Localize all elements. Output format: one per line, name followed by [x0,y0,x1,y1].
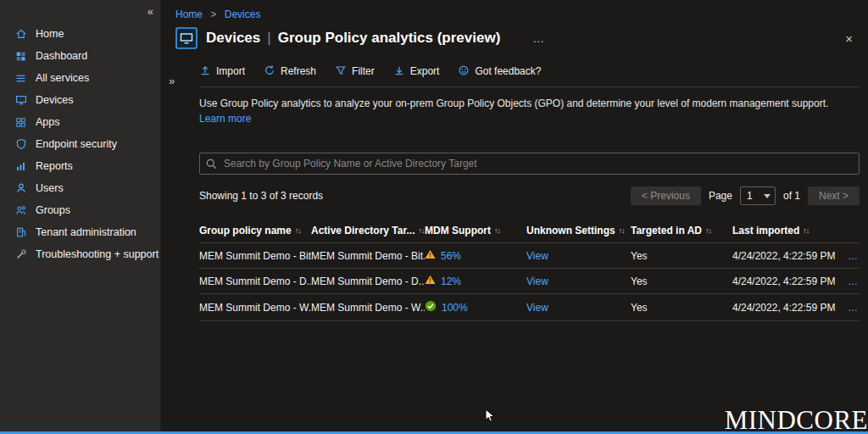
learn-more-link[interactable]: Learn more [199,112,251,125]
page-select[interactable]: 1 [740,186,776,205]
next-page-button[interactable]: Next > [808,186,860,205]
warning-icon [425,249,436,262]
cell-unknown-settings: View [526,275,631,287]
global-sidebar: « Home Dashboard All services Devices Ap… [0,0,161,434]
col-unknown-settings[interactable]: Unknown Settings↑↓ [526,225,631,236]
cell-mdm-support: 100% [425,300,526,314]
all-services-icon [14,73,27,84]
sidebar-item-home[interactable]: Home [0,23,160,45]
sort-icon: ↑↓ [705,226,711,235]
refresh-icon [264,64,275,79]
blade-header: Devices|Group Policy analytics (preview)… [175,27,856,49]
dashboard-icon [14,51,27,62]
col-label: Last imported [732,225,799,236]
page-title-secondary: Group Policy analytics (preview) [278,30,501,46]
sidebar-item-tenant-administration[interactable]: Tenant administration [0,221,160,243]
expand-blade-menu-icon[interactable]: » [169,75,175,87]
devices-icon [14,94,27,106]
filter-icon [335,64,347,79]
col-group-policy-name[interactable]: Group policy name↑↓ [199,225,311,236]
col-label: MDM Support [425,225,491,236]
sidebar-item-users[interactable]: Users [0,177,160,199]
records-summary: Showing 1 to 3 of 3 records [199,190,323,202]
cell-active-directory-target: MEM Summit Demo - Bit... [311,250,425,262]
apps-icon [14,117,27,128]
cell-mdm-support: 12% [425,275,526,287]
view-link[interactable]: View [526,275,548,287]
view-link[interactable]: View [526,302,548,314]
refresh-button[interactable]: Refresh [264,64,316,79]
sort-icon: ↑↓ [295,226,301,235]
row-more-icon[interactable]: … [848,275,862,287]
page-select-value: 1 [747,190,753,202]
breadcrumb-separator: > [210,8,216,20]
col-last-imported[interactable]: Last imported↑↓ [732,225,848,236]
blade-body: Import Refresh Filter Export Got feedbac… [199,61,860,321]
sidebar-item-label: Apps [36,116,60,128]
mdm-support-link[interactable]: 56% [441,250,461,262]
sidebar-item-label: Home [36,28,64,40]
sidebar-item-all-services[interactable]: All services [0,67,160,89]
col-label: Group policy name [199,225,292,236]
intro-section: Use Group Policy analytics to analyze yo… [199,97,860,125]
search-box [199,153,860,175]
page-title-primary: Devices [206,30,260,46]
sidebar-item-endpoint-security[interactable]: Endpoint security [0,133,160,155]
sort-icon: ↑↓ [494,226,500,235]
sidebar-item-groups[interactable]: Groups [0,199,160,221]
more-options-icon[interactable]: … [532,31,545,45]
watermark: MINDCORE [725,407,868,433]
mdm-support-link[interactable]: 12% [441,275,461,287]
feedback-button[interactable]: Got feedback? [458,64,541,79]
row-more-icon[interactable]: … [848,250,862,262]
collapse-sidebar-icon[interactable]: « [147,5,153,18]
mouse-cursor [485,409,495,426]
records-row: Showing 1 to 3 of 3 records < Previous P… [199,186,860,205]
col-mdm-support[interactable]: MDM Support↑↓ [425,225,526,236]
table-row: MEM Summit Demo - W... MEM Summit Demo -… [199,294,860,321]
export-button[interactable]: Export [393,64,440,79]
cell-active-directory-target: MEM Summit Demo - D... [311,275,425,287]
sidebar-item-label: Users [36,182,64,194]
table-row: MEM Summit Demo - D... MEM Summit Demo -… [199,269,860,294]
sidebar-item-apps[interactable]: Apps [0,111,160,133]
main-content: Home > Devices Devices|Group Policy anal… [161,0,868,434]
search-icon [205,158,218,170]
row-more-icon[interactable]: … [848,302,862,314]
filter-label: Filter [352,65,375,77]
view-link[interactable]: View [526,250,548,262]
page-title: Devices|Group Policy analytics (preview) [206,30,500,47]
col-label: Targeted in AD [631,225,702,236]
cell-group-policy-name: MEM Summit Demo - W... [199,302,311,314]
cell-last-imported: 4/24/2022, 4:22:59 PM [732,250,848,262]
filter-button[interactable]: Filter [335,64,375,79]
mdm-support-link[interactable]: 100% [442,302,468,314]
sidebar-item-reports[interactable]: Reports [0,155,160,177]
toolbar-divider [199,86,860,87]
cell-targeted-in-ad: Yes [631,250,732,262]
breadcrumb-devices-link[interactable]: Devices [225,8,261,20]
chevron-down-icon [764,194,771,198]
close-blade-icon[interactable]: × [842,31,856,46]
breadcrumb-home-link[interactable]: Home [175,8,203,20]
sidebar-nav: Home Dashboard All services Devices Apps… [0,0,160,265]
search-input[interactable] [199,153,860,175]
table-header-row: Group policy name↑↓ Active Directory Tar… [199,219,860,243]
sidebar-item-dashboard[interactable]: Dashboard [0,45,160,67]
reports-icon [14,161,27,172]
home-icon [14,28,27,40]
sidebar-item-troubleshooting[interactable]: Troubleshooting + support [0,243,160,265]
cell-targeted-in-ad: Yes [631,302,732,314]
import-button[interactable]: Import [199,64,245,79]
tenant-administration-icon [14,226,27,238]
col-active-directory-target[interactable]: Active Directory Tar...↑↓ [311,225,425,236]
cell-unknown-settings: View [526,250,631,262]
cell-unknown-settings: View [526,302,631,314]
sidebar-item-devices[interactable]: Devices [0,89,160,111]
col-targeted-in-ad[interactable]: Targeted in AD↑↓ [631,225,732,236]
sidebar-item-label: Endpoint security [36,138,117,150]
sort-icon: ↑↓ [619,226,625,235]
breadcrumb: Home > Devices [161,0,868,20]
sidebar-item-label: Dashboard [36,50,87,62]
previous-page-button[interactable]: < Previous [631,186,701,205]
